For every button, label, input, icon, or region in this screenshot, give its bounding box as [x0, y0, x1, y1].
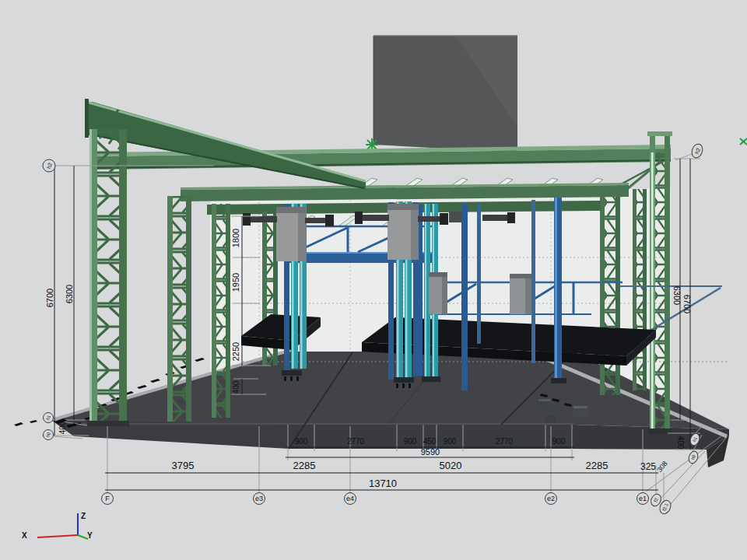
model-view-svg[interactable]: 6700 6300 400 1800 1950 2250 400 6300 67…	[0, 0, 747, 560]
grid-label-e4: e4	[346, 495, 354, 502]
axis-x-label: X	[22, 531, 27, 540]
dim-grid-3795: 3795	[172, 460, 195, 471]
dim-slab-2770a: 2770	[347, 437, 365, 446]
dim-grid-325: 325	[640, 461, 656, 472]
truss-tower-2	[167, 196, 191, 422]
dim-mid-400: 400	[232, 380, 240, 394]
axis-y-label: Y	[87, 531, 93, 540]
truss-tower-front-right	[647, 131, 672, 434]
grid-label-e2: e2	[547, 495, 555, 502]
dim-mid-1950: 1950	[231, 273, 240, 292]
dim-right-6700: 6700	[682, 295, 692, 313]
dim-mid-2250: 2250	[231, 342, 240, 361]
truss-tower-front-left	[87, 129, 129, 426]
dim-slab-900a: 900	[295, 437, 308, 446]
dim-grid-5020: 5020	[440, 460, 462, 471]
dim-slab-450: 450	[423, 437, 437, 446]
axis-z-label: Z	[81, 512, 86, 520]
truss-tower-back-right-2	[633, 189, 647, 390]
equipment-box-mid-2	[510, 274, 531, 314]
dim-overall-13710: 13710	[369, 478, 397, 489]
dim-slab-900d: 900	[552, 437, 566, 446]
dim-slab-2770b: 2770	[496, 437, 514, 446]
dim-left-6300: 6300	[65, 285, 74, 303]
column-blue-thin-2	[531, 200, 535, 363]
dim-right-400: 400	[676, 436, 685, 450]
dim-left-6700: 6700	[45, 289, 54, 307]
equipment-box-mid-1	[429, 272, 447, 314]
dim-slab-900b: 900	[404, 437, 417, 446]
column-blue-mid	[461, 204, 468, 390]
dim-slab-900c: 900	[444, 437, 457, 446]
grid-label-F: F	[105, 495, 110, 502]
dim-slab-total: 9590	[421, 447, 440, 457]
dim-grid-2285b: 2285	[586, 460, 608, 471]
dim-mid-1800: 1800	[231, 229, 240, 247]
cad-viewport[interactable]: 6700 6300 400 1800 1950 2250 400 6300 67…	[0, 0, 747, 560]
dim-right-6300: 6300	[672, 286, 682, 305]
column-blue-thin-1	[477, 204, 481, 344]
hopper-box	[374, 36, 517, 152]
grid-label-e1: e1	[639, 495, 647, 502]
dim-grid-2285a: 2285	[293, 460, 316, 471]
grid-label-e3: e3	[255, 495, 263, 502]
truss-tower-3	[212, 204, 230, 418]
dim-left-400: 400	[58, 421, 67, 434]
